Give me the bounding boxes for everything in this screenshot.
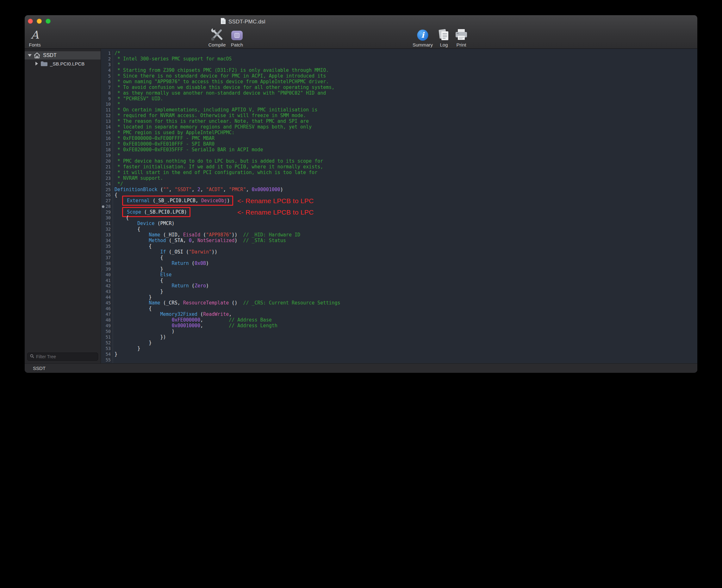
print-button[interactable]: Print <box>445 27 477 47</box>
code-line[interactable]: 7 * To avoid confusion we disable this d… <box>101 85 697 90</box>
code-line[interactable]: 37 { <box>101 255 697 261</box>
code-line[interactable]: 45 Name (_CRS, ResourceTemplate () // _C… <box>101 300 697 306</box>
code-line[interactable]: 14 * located in separate memory regions … <box>101 124 697 130</box>
code-line[interactable]: 47 Memory32Fixed (ReadWrite, <box>101 312 697 317</box>
code-line[interactable]: 20 * PMC device has nothing to do to LPC… <box>101 159 697 164</box>
code-token: External <box>127 198 150 204</box>
zoom-button[interactable] <box>46 19 50 24</box>
code-line[interactable]: 53 } <box>101 346 697 352</box>
line-number: 52 <box>101 340 113 346</box>
code-line[interactable]: 35 { <box>101 244 697 249</box>
code-token: // _CRS: Current Resource Settings <box>243 300 340 306</box>
code-line[interactable]: 50 ) <box>101 329 697 335</box>
code-token: ) <box>206 283 209 289</box>
patch-button[interactable]: Patch <box>221 27 253 47</box>
code-line[interactable]: 22 * it will start in the end of PCI con… <box>101 170 697 176</box>
code-token: Return <box>172 283 189 289</box>
line-number: 34 <box>101 238 113 244</box>
code-text: * On certain implementations, including … <box>113 107 317 113</box>
code-text: Memory32Fixed (ReadWrite, <box>113 312 232 317</box>
code-text: Return (Zero) <box>113 283 209 289</box>
code-line[interactable]: 52 } <box>101 340 697 346</box>
fonts-icon: A <box>31 28 39 41</box>
code-line[interactable]: 2 * Intel 300-series PMC support for mac… <box>101 56 697 62</box>
code-line[interactable]: 17 * 0xFE010000~0xFE010FFF - SPI BAR0 <box>101 142 697 147</box>
code-line[interactable]: 51 }) <box>101 335 697 340</box>
code-line[interactable]: 8 * as they normally use another non-sta… <box>101 90 697 96</box>
code-line[interactable]: 49 0x00010000, // Address Length <box>101 323 697 329</box>
code-line[interactable]: 18 * 0xFE020000~0xFE035FFF - SerialIo BA… <box>101 147 697 153</box>
line-number: 39 <box>101 267 113 272</box>
tree-item-ssdt[interactable]: SSDT <box>25 51 101 60</box>
code-line[interactable]: 33 Name (_HID, EisaId ("APP9876")) // _H… <box>101 232 697 238</box>
code-line[interactable]: 55 <box>101 357 697 363</box>
code-text: * To avoid confusion we disable this dev… <box>113 85 335 90</box>
code-line[interactable]: 32 { <box>101 227 697 232</box>
code-text: { <box>113 255 163 261</box>
tree-item-lpcb[interactable]: _SB.PCI0.LPCB <box>25 60 101 68</box>
code-line[interactable]: 1/* <box>101 50 697 56</box>
code-line[interactable]: 48 0xFE000000, // Address Base <box>101 317 697 323</box>
filter-tree-input[interactable] <box>36 354 95 359</box>
chevron-right-icon[interactable] <box>36 62 38 65</box>
home-icon <box>34 52 41 59</box>
code-line[interactable]: 36 If (_OSI ("Darwin")) <box>101 249 697 255</box>
code-line[interactable]: 4 * Starting from Z390 chipsets PMC (D31… <box>101 68 697 74</box>
code-line[interactable]: 29 Scope (_SB.PCI0.LPCB)<- Rename LPCB t… <box>101 210 697 215</box>
code-token: * NVRAM support. <box>114 175 163 181</box>
code-token: 0xFE000000 <box>172 317 200 323</box>
line-number: 19 <box>101 153 113 159</box>
line-number: 37 <box>101 255 113 261</box>
code-line[interactable]: 27 External (_SB_.PCI0.LPCB, DeviceObj)<… <box>101 198 697 204</box>
code-token: * required for NVRAM access. Otherwise i… <box>114 113 306 118</box>
code-line[interactable]: 42 Return (Zero) <box>101 283 697 289</box>
code-line[interactable]: 23 * NVRAM support. <box>101 176 697 181</box>
line-number: 27 <box>101 198 113 204</box>
code-line[interactable]: 38 Return (0x0B) <box>101 261 697 267</box>
code-line[interactable]: 25DefinitionBlock ("", "SSDT", 2, "ACDT"… <box>101 187 697 193</box>
code-token: (PMCR) <box>154 220 174 226</box>
code-line[interactable]: 16 * 0xFE000000~0xFE00FFFF - PMC MBAR <box>101 136 697 142</box>
code-editor[interactable]: 1/*2 * Intel 300-series PMC support for … <box>101 49 697 363</box>
code-line[interactable]: 41 { <box>101 278 697 284</box>
code-line[interactable]: 30 { <box>101 215 697 221</box>
line-number: 30 <box>101 215 113 221</box>
code-token: ) <box>280 187 283 192</box>
code-line[interactable]: 19 * <box>101 153 697 159</box>
code-line[interactable]: 21 * faster initialisation. If we add it… <box>101 164 697 170</box>
code-text: External (_SB_.PCI0.LPCB, DeviceObj) <box>113 198 233 204</box>
filter-tree-field[interactable] <box>27 353 98 361</box>
code-line[interactable]: 39 } <box>101 267 697 272</box>
code-line[interactable]: 6 * own naming "APP9876" to access this … <box>101 79 697 85</box>
minimize-button[interactable] <box>37 19 42 24</box>
code-line[interactable]: 13 * The reason for this is rather uncle… <box>101 119 697 124</box>
close-button[interactable] <box>28 19 33 24</box>
code-line[interactable]: 3 * <box>101 62 697 68</box>
code-line[interactable]: 10 * <box>101 102 697 107</box>
code-line[interactable]: 9 * "PCHRESV" UID. <box>101 96 697 102</box>
code-line[interactable]: 24 */ <box>101 181 697 187</box>
code-line[interactable]: 44 } <box>101 295 697 300</box>
line-number: 49 <box>101 323 113 329</box>
code-line[interactable]: 54} <box>101 352 697 357</box>
code-line[interactable]: 46 { <box>101 306 697 312</box>
code-line[interactable]: 40 Else <box>101 272 697 278</box>
line-number: 45 <box>101 300 113 306</box>
traffic-lights <box>28 19 50 24</box>
printer-icon <box>454 27 468 41</box>
code-token: ReadWrite <box>203 311 229 317</box>
chevron-down-icon[interactable] <box>28 54 31 57</box>
code-token: ResourceTemplate <box>183 300 229 306</box>
code-token: // Address Length <box>229 323 277 329</box>
fonts-button[interactable]: A Fonts <box>25 27 47 47</box>
code-line[interactable]: 12 * required for NVRAM access. Otherwis… <box>101 113 697 119</box>
code-line[interactable]: 31 Device (PMCR) <box>101 221 697 227</box>
code-line[interactable]: 34 Method (_STA, 0, NotSerialized) // _S… <box>101 238 697 244</box>
code-token: (_SB.PCI0.LPCB) <box>141 209 187 215</box>
code-token: , <box>200 187 206 192</box>
code-line[interactable]: 15 * PMC region is used by AppleIntelPCH… <box>101 130 697 136</box>
code-text: } <box>113 267 163 272</box>
code-line[interactable]: 43 } <box>101 289 697 295</box>
code-line[interactable]: 5 * Since there is no standard device fo… <box>101 74 697 79</box>
code-line[interactable]: 11 * On certain implementations, includi… <box>101 107 697 113</box>
